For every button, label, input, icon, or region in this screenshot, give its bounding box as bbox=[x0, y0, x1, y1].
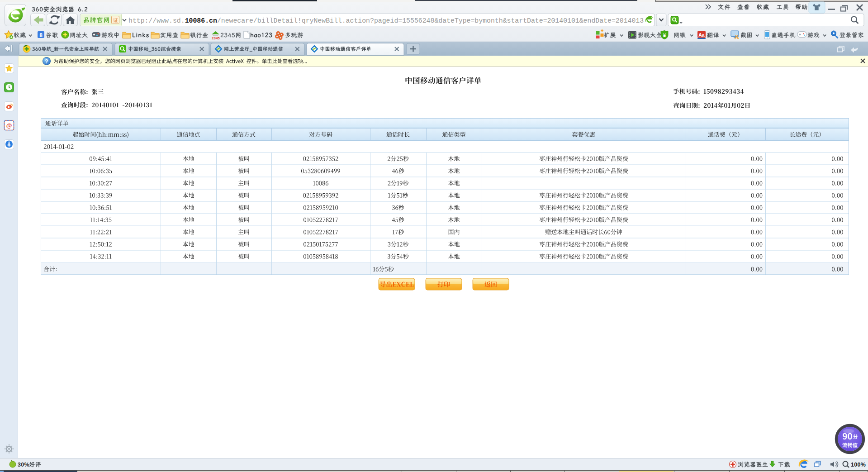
svg-text:/newecare/billDetail!qryNewBil: /newecare/billDetail!qryNewBill.action?p… bbox=[217, 17, 644, 24]
svg-text:10086.cn: 10086.cn bbox=[185, 17, 217, 24]
svg-text:30%: 30% bbox=[18, 462, 29, 468]
svg-text:8: 8 bbox=[39, 32, 43, 38]
svg-text:@: @ bbox=[6, 122, 12, 129]
svg-text:100%: 100% bbox=[851, 462, 866, 468]
svg-text:http://www.sd.: http://www.sd. bbox=[128, 17, 185, 24]
svg-text:?: ? bbox=[45, 58, 48, 65]
svg-text:¥: ¥ bbox=[663, 33, 666, 38]
svg-text:Aa: Aa bbox=[698, 32, 705, 38]
svg-text:2345: 2345 bbox=[212, 36, 220, 40]
